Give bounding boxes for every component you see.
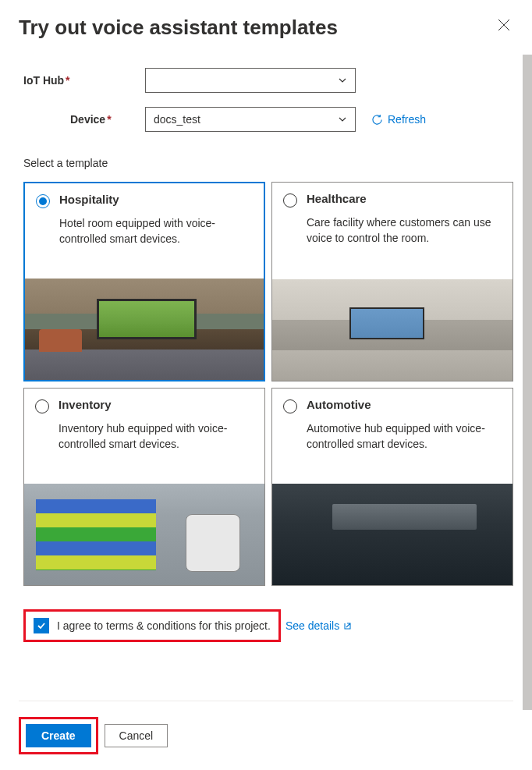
- radio-healthcare[interactable]: [283, 193, 297, 208]
- terms-row: I agree to terms & conditions for this p…: [23, 609, 513, 642]
- template-card-hospitality[interactable]: Hospitality Hotel room equipped with voi…: [23, 182, 265, 381]
- radio-inventory[interactable]: [35, 399, 49, 413]
- template-grid: Hospitality Hotel room equipped with voi…: [23, 182, 513, 586]
- device-label: Device*: [23, 113, 145, 126]
- template-card-automotive[interactable]: Automotive Automotive hub equipped with …: [271, 388, 513, 586]
- device-dropdown[interactable]: docs_test: [145, 107, 356, 132]
- select-template-label: Select a template: [23, 157, 513, 169]
- card-title: Healthcare: [307, 192, 367, 205]
- close-icon: [498, 19, 510, 31]
- card-title: Hospitality: [59, 193, 119, 206]
- template-card-healthcare[interactable]: Healthcare Care facility where customers…: [271, 182, 513, 381]
- template-image-hospitality: [25, 279, 264, 380]
- chevron-down-icon: [338, 76, 347, 85]
- iot-hub-label: IoT Hub*: [23, 74, 145, 87]
- card-description: Automotive hub equipped with voice-contr…: [307, 421, 502, 476]
- iot-hub-dropdown[interactable]: [145, 68, 356, 93]
- card-title: Inventory: [59, 398, 112, 411]
- terms-text: I agree to terms & conditions for this p…: [57, 619, 271, 632]
- template-image-healthcare: [272, 279, 512, 381]
- card-description: Inventory hub equipped with voice-contro…: [59, 421, 254, 476]
- radio-automotive[interactable]: [283, 399, 297, 413]
- card-description: Hotel room equipped with voice-controlle…: [59, 216, 253, 271]
- device-value: docs_test: [154, 113, 200, 126]
- panel-header: Try out voice assistant templates: [19, 16, 513, 40]
- panel-footer: Create Cancel: [19, 701, 513, 754]
- scrollbar[interactable]: [523, 55, 532, 710]
- template-image-automotive: [272, 484, 512, 585]
- cancel-button[interactable]: Cancel: [105, 724, 168, 747]
- terms-checkbox[interactable]: [34, 618, 49, 633]
- template-image-inventory: [24, 484, 264, 585]
- refresh-link[interactable]: Refresh: [371, 113, 426, 126]
- create-button[interactable]: Create: [26, 724, 91, 747]
- panel-title: Try out voice assistant templates: [19, 16, 338, 40]
- external-link-icon: [342, 621, 352, 630]
- card-description: Care facility where customers can use vo…: [307, 215, 502, 270]
- checkmark-icon: [36, 620, 47, 631]
- template-card-inventory[interactable]: Inventory Inventory hub equipped with vo…: [23, 388, 265, 586]
- iot-hub-row: IoT Hub*: [23, 68, 513, 93]
- close-button[interactable]: [495, 16, 513, 37]
- scrollbar-thumb[interactable]: [523, 55, 532, 710]
- see-details-link[interactable]: See details: [286, 619, 352, 632]
- card-title: Automotive: [307, 398, 371, 411]
- chevron-down-icon: [338, 115, 347, 124]
- refresh-icon: [371, 114, 383, 126]
- radio-hospitality[interactable]: [36, 194, 50, 208]
- device-row: Device* docs_test Refresh: [23, 107, 513, 132]
